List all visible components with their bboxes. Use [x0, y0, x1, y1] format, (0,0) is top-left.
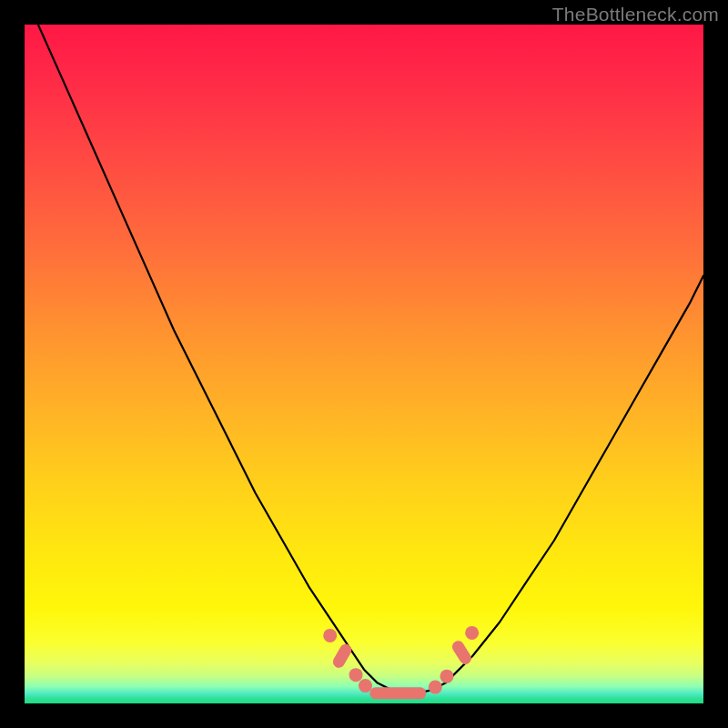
valley-marker — [465, 626, 479, 640]
chart-frame: TheBottleneck.com — [0, 0, 728, 728]
valley-marker — [323, 629, 337, 642]
chart-svg — [25, 25, 703, 703]
chart-plot-area — [25, 25, 703, 703]
valley-marker — [359, 679, 372, 693]
valley-marker — [440, 670, 454, 683]
valley-marker — [450, 639, 473, 667]
valley-marker — [369, 687, 426, 699]
valley-marker — [429, 681, 442, 694]
valley-marker — [349, 668, 363, 682]
bottleneck-curve — [38, 25, 703, 693]
valley-markers — [323, 626, 479, 699]
valley-marker — [330, 642, 353, 670]
watermark-text: TheBottleneck.com — [552, 4, 719, 25]
